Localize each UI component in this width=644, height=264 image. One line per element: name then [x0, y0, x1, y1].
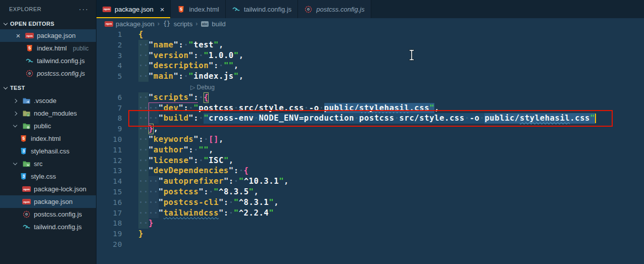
line-number[interactable]: 2 [96, 40, 138, 50]
project-section-header[interactable]: TEST [0, 81, 96, 94]
chevron-down-icon [4, 21, 8, 25]
line-number[interactable]: 4 [96, 61, 138, 71]
line-number[interactable]: 14 [96, 176, 138, 187]
line-number[interactable]: 17 [96, 208, 138, 219]
code-line-18[interactable]: 18··} [96, 218, 644, 229]
open-editor-package.json[interactable]: ×npmpackage.json [0, 29, 96, 42]
line-number[interactable]: 16 [96, 197, 138, 208]
line-content[interactable] [138, 239, 644, 250]
code-line-10[interactable]: 10··"keywords":·[], [96, 134, 644, 145]
code-line-14[interactable]: 14····"autoprefixer":·"^10.3.1", [96, 176, 644, 187]
line-number[interactable]: 5 [96, 71, 138, 82]
file-label: package.json [37, 32, 76, 39]
line-content[interactable]: ··"description":·"", [138, 61, 644, 71]
code-line-17[interactable]: 17····"tailwindcss":·"^2.2.4" [96, 208, 644, 219]
tree-item-.vscode[interactable]: .vscode [0, 94, 96, 107]
close-icon[interactable]: × [160, 5, 165, 14]
line-number[interactable]: 18 [96, 218, 138, 229]
line-number[interactable]: 13 [96, 166, 138, 176]
tab-postcss.config.js[interactable]: postcss.config.js [298, 0, 371, 18]
line-content[interactable]: ··"author":·"", [138, 145, 644, 155]
line-content[interactable]: ····"autoprefixer":·"^10.3.1", [138, 176, 644, 187]
line-number[interactable]: 3 [96, 50, 138, 61]
line-number[interactable]: 12 [96, 155, 138, 166]
line-content[interactable]: } [138, 229, 644, 239]
line-content[interactable]: ····"tailwindcss":·"^2.2.4" [138, 208, 644, 219]
code-line-11[interactable]: 11··"author":·"", [96, 145, 644, 155]
open-editor-tailwind.config.js[interactable]: tailwind.config.js [0, 55, 96, 67]
code-line-1[interactable]: 1{ [96, 29, 644, 40]
open-editors-section-header[interactable]: OPEN EDITORS [0, 18, 96, 29]
breadcrumb-item-scripts[interactable]: {}scripts [163, 20, 193, 28]
line-content[interactable]: ··}, [138, 124, 644, 134]
code-line-19[interactable]: 19} [96, 229, 644, 239]
code-line-5[interactable]: 5··"main":·"index.js", [96, 71, 644, 82]
line-content[interactable]: ····"build":·"cross-env·NODE_ENV=product… [138, 113, 644, 124]
tab-index.html[interactable]: 5index.html [171, 0, 225, 18]
line-number[interactable]: 19 [96, 229, 138, 239]
tree-item-node_modules[interactable]: nnode_modules [0, 107, 96, 120]
tailwind-icon [232, 5, 240, 13]
line-number[interactable]: 20 [96, 239, 138, 250]
more-actions-icon[interactable]: ··· [79, 5, 89, 13]
line-content[interactable]: ····"dev":·"postcss·src/style.css·-o·pub… [138, 103, 644, 114]
breadcrumb-item-package.json[interactable]: npmpackage.json [105, 20, 155, 28]
line-content[interactable]: ▷ Debug [138, 82, 644, 92]
code-line-20[interactable]: 20 [96, 239, 644, 250]
code-line-12[interactable]: 12··"license":·"ISC", [96, 155, 644, 166]
line-content[interactable]: ··"keywords":·[], [138, 134, 644, 145]
breadcrumb-item-build[interactable]: abcbuild [201, 20, 225, 28]
tree-item-index.html[interactable]: 5index.html [0, 132, 96, 145]
file-label: index.html [37, 44, 67, 52]
code-line-13[interactable]: 13··"devDependencies":·{ [96, 166, 644, 176]
line-content[interactable]: ··"license":·"ISC", [138, 155, 644, 166]
code-line-7[interactable]: 7····"dev":·"postcss·src/style.css·-o·pu… [96, 103, 644, 114]
line-content[interactable]: ··"version":·"1.0.0", [138, 50, 644, 61]
code-line-8[interactable]: 8····"build":·"cross-env·NODE_ENV=produc… [96, 113, 644, 124]
tree-item-stylehasil.css[interactable]: 3stylehasil.css [0, 145, 96, 157]
line-content[interactable]: ··"devDependencies":·{ [138, 166, 644, 176]
line-number[interactable]: 8 [96, 113, 138, 124]
line-number[interactable] [96, 82, 138, 92]
line-number[interactable]: 9 [96, 124, 138, 134]
tree-item-package-lock.json[interactable]: npmpackage-lock.json [0, 183, 96, 195]
line-number[interactable]: 1 [96, 29, 138, 40]
tree-item-style.css[interactable]: 3style.css [0, 170, 96, 183]
tree-item-tailwind.config.js[interactable]: tailwind.config.js [0, 221, 96, 233]
chevron-down-icon [13, 161, 17, 165]
line-content[interactable]: ··"main":·"index.js", [138, 71, 644, 82]
breadcrumb-label: scripts [174, 20, 193, 28]
breadcrumb-separator: › [158, 20, 160, 27]
line-content[interactable]: ····"postcss-cli":·"^8.3.1", [138, 197, 644, 208]
code-line-15[interactable]: 15····"postcss":·"^8.3.5", [96, 187, 644, 197]
tab-package.json[interactable]: npmpackage.json× [96, 0, 171, 18]
line-content[interactable]: ··} [138, 218, 644, 229]
html-icon: 5 [177, 5, 185, 13]
code-line-2[interactable]: 2··"name":·"test", [96, 40, 644, 50]
line-number[interactable]: 11 [96, 145, 138, 155]
codelens-row[interactable]: ▷ Debug [96, 82, 644, 92]
line-content[interactable]: ····"postcss":·"^8.3.5", [138, 187, 644, 197]
line-content[interactable]: ··"scripts":·{ [138, 92, 644, 103]
open-editor-postcss.config.js[interactable]: postcss.config.js [0, 67, 96, 80]
tree-item-src[interactable]: src [0, 157, 96, 170]
code-line-3[interactable]: 3··"version":·"1.0.0", [96, 50, 644, 61]
line-number[interactable]: 7 [96, 103, 138, 114]
tree-item-postcss.config.js[interactable]: postcss.config.js [0, 208, 96, 221]
codelens-debug-action[interactable]: ▷ Debug [138, 84, 215, 91]
code-line-16[interactable]: 16····"postcss-cli":·"^8.3.1", [96, 197, 644, 208]
line-content[interactable]: { [138, 29, 644, 40]
line-number[interactable]: 6 [96, 92, 138, 103]
tree-item-package.json[interactable]: npmpackage.json [0, 195, 96, 208]
line-number[interactable]: 10 [96, 134, 138, 145]
tree-item-public[interactable]: public [0, 120, 96, 132]
code-line-9[interactable]: 9··}, [96, 124, 644, 134]
tab-tailwind.config.js[interactable]: tailwind.config.js [226, 0, 299, 18]
code-line-6[interactable]: 6··"scripts":·{ [96, 92, 644, 103]
line-content[interactable]: ··"name":·"test", [138, 40, 644, 50]
open-editor-index.html[interactable]: 5index.htmlpublic [0, 42, 96, 55]
close-icon[interactable]: × [14, 32, 22, 40]
code-editor[interactable]: 1{2··"name":·"test",3··"version":·"1.0.0… [96, 29, 644, 264]
code-line-4[interactable]: 4··"description":·"", [96, 61, 644, 71]
line-number[interactable]: 15 [96, 187, 138, 197]
